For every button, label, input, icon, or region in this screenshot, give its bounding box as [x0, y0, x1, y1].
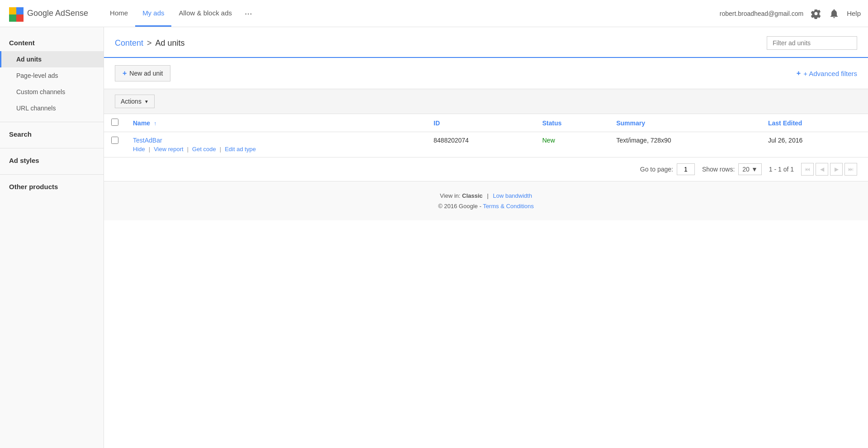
footer-view-in-label: View in: [440, 192, 460, 199]
nav-right: robert.broadhead@gmail.com Help [720, 8, 861, 19]
table-header-status[interactable]: Status [535, 114, 609, 132]
sidebar-divider-1 [0, 122, 104, 122]
actions-label: Actions [121, 98, 142, 105]
main-layout: Content Ad units Page-level ads Custom c… [0, 27, 868, 448]
row-action-get-code[interactable]: Get code [192, 146, 216, 153]
row-checkbox[interactable] [111, 137, 118, 144]
new-ad-unit-button[interactable]: + New ad unit [115, 65, 170, 81]
svg-marker-0 [9, 7, 16, 14]
filter-ad-units-input[interactable] [767, 36, 857, 50]
sort-asc-icon: ↑ [154, 120, 156, 127]
breadcrumb-separator: > [147, 38, 152, 48]
row-quick-actions: Hide | View report | Get code | Edit ad … [133, 146, 419, 153]
sidebar: Content Ad units Page-level ads Custom c… [0, 27, 104, 448]
nav-more-dots[interactable]: ··· [239, 8, 258, 19]
footer-terms-link[interactable]: Terms & Conditions [483, 203, 534, 210]
row-name-cell: TestAdBar Hide | View report | Get code … [126, 132, 426, 157]
table-header-name[interactable]: Name ↑ [126, 114, 426, 132]
rows-per-page-value: 20 [742, 166, 750, 173]
row-action-hide[interactable]: Hide [133, 146, 145, 153]
logo[interactable]: Google AdSense [7, 5, 88, 22]
row-last-edited-value: Jul 26, 2016 [768, 137, 802, 144]
sidebar-divider-2 [0, 148, 104, 148]
nav-links: Home My ads Allow & block ads ··· [103, 0, 258, 27]
sidebar-section-other-products: Other products [0, 178, 104, 195]
sidebar-section-other-products-title[interactable]: Other products [0, 178, 104, 195]
sidebar-item-page-level-ads[interactable]: Page-level ads [0, 67, 104, 84]
row-summary-cell: Text/image, 728x90 [609, 132, 761, 157]
help-label[interactable]: Help [847, 10, 861, 17]
page-info: 1 - 1 of 1 [769, 166, 794, 173]
table-header-id[interactable]: ID [426, 114, 535, 132]
sidebar-divider-3 [0, 174, 104, 175]
goto-page-label: Go to page: [640, 166, 673, 173]
row-action-edit-ad-type[interactable]: Edit ad type [225, 146, 256, 153]
content-header: Content > Ad units [104, 27, 868, 58]
row-checkbox-cell [104, 132, 126, 157]
content-toolbar: + New ad unit + + Advanced filters [104, 58, 868, 89]
action-sep-3: | [220, 146, 221, 153]
sidebar-section-search-title[interactable]: Search [0, 126, 104, 143]
actions-dropdown-arrow-icon: ▼ [144, 99, 149, 104]
table-header-last-edited[interactable]: Last Edited [761, 114, 868, 132]
table-col-status-label: Status [542, 119, 562, 127]
ad-unit-name-link[interactable]: TestAdBar [133, 137, 419, 144]
advanced-filters-plus-icon: + [797, 69, 801, 77]
sidebar-item-ad-units[interactable]: Ad units [0, 51, 104, 67]
new-ad-unit-label: New ad unit [129, 70, 163, 77]
table-col-name-label: Name [133, 119, 150, 127]
new-ad-plus-icon: + [123, 69, 127, 77]
pagination-bar: Go to page: Show rows: 20 ▼ 1 - 1 of 1 ⏮… [104, 157, 868, 181]
table-col-summary-label: Summary [616, 119, 645, 127]
advanced-filters-button[interactable]: + + Advanced filters [797, 69, 857, 77]
svg-marker-3 [16, 14, 24, 22]
row-last-edited-cell: Jul 26, 2016 [761, 132, 868, 157]
prev-page-button[interactable]: ◀ [816, 163, 828, 176]
footer-low-bandwidth-link[interactable]: Low bandwidth [493, 192, 532, 199]
logo-text: Google AdSense [27, 9, 88, 18]
page-number-input[interactable] [677, 163, 695, 175]
user-email: robert.broadhead@gmail.com [720, 10, 803, 17]
sidebar-section-ad-styles: Ad styles [0, 152, 104, 169]
google-logo-icon [7, 5, 24, 22]
ad-units-table: Name ↑ ID Status Summary Last Edited [104, 114, 868, 157]
rows-dropdown-arrow-icon: ▼ [751, 166, 758, 173]
last-page-button[interactable]: ⏭ [844, 163, 857, 176]
table-header-checkbox-col [104, 114, 126, 132]
row-status-cell: New [535, 132, 609, 157]
actions-dropdown-button[interactable]: Actions ▼ [115, 95, 155, 108]
row-id-cell: 8488202074 [426, 132, 535, 157]
footer-sep-pipe: | [487, 192, 488, 199]
nav-my-ads[interactable]: My ads [135, 0, 171, 27]
table-header-summary[interactable]: Summary [609, 114, 761, 132]
action-sep-2: | [187, 146, 189, 153]
notification-bell-icon[interactable] [829, 8, 840, 19]
row-action-view-report[interactable]: View report [154, 146, 184, 153]
footer-copyright-text: © 2016 Google - [438, 203, 481, 210]
sidebar-section-search: Search [0, 126, 104, 143]
top-navigation: Google AdSense Home My ads Allow & block… [0, 0, 868, 27]
nav-allow-block[interactable]: Allow & block ads [171, 0, 239, 27]
table-header-row: Name ↑ ID Status Summary Last Edited [104, 114, 868, 132]
breadcrumb-parent[interactable]: Content [115, 38, 143, 48]
main-content: Content > Ad units + New ad unit + + Adv… [104, 27, 868, 448]
breadcrumb-current: Ad units [156, 38, 185, 48]
pagination-buttons: ⏮ ◀ ▶ ⏭ [801, 163, 857, 176]
svg-marker-2 [9, 14, 16, 22]
rows-per-page-dropdown[interactable]: 20 ▼ [738, 163, 761, 175]
sidebar-item-url-channels[interactable]: URL channels [0, 100, 104, 116]
nav-home[interactable]: Home [103, 0, 135, 27]
row-summary-value: Text/image, 728x90 [616, 137, 671, 144]
footer-copyright: © 2016 Google - Terms & Conditions [115, 203, 857, 210]
sidebar-section-content: Content Ad units Page-level ads Custom c… [0, 34, 104, 116]
table-col-last-edited-label: Last Edited [768, 119, 802, 127]
first-page-button[interactable]: ⏮ [801, 163, 814, 176]
sidebar-item-custom-channels[interactable]: Custom channels [0, 84, 104, 100]
settings-icon[interactable] [811, 8, 821, 19]
next-page-button[interactable]: ▶ [830, 163, 843, 176]
svg-marker-1 [16, 7, 24, 14]
select-all-checkbox[interactable] [111, 119, 118, 126]
sidebar-section-ad-styles-title[interactable]: Ad styles [0, 152, 104, 169]
sidebar-section-content-title[interactable]: Content [0, 34, 104, 51]
goto-page-group: Go to page: [640, 163, 695, 175]
